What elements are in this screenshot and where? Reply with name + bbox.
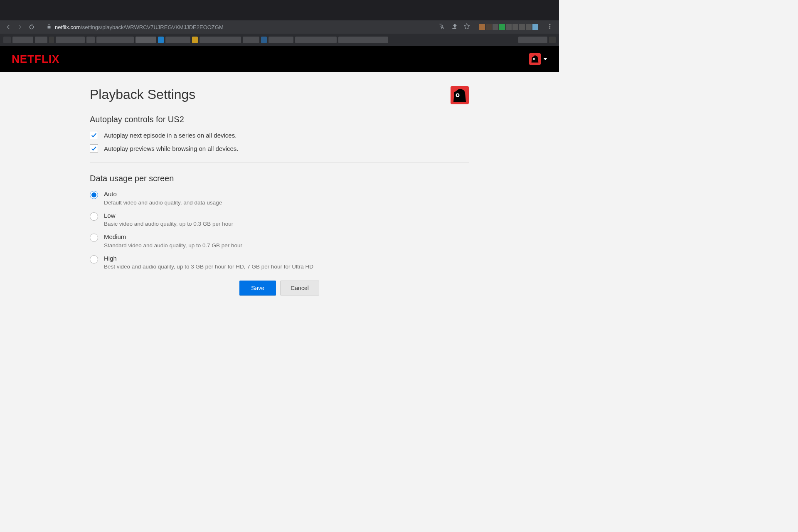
cancel-button[interactable]: Cancel: [280, 281, 319, 296]
svg-point-6: [457, 94, 458, 96]
radio-auto[interactable]: [90, 191, 98, 199]
radio-high[interactable]: [90, 255, 98, 264]
data-usage-option-auto: Auto Default video and audio quality, an…: [90, 190, 469, 206]
svg-point-0: [549, 24, 551, 25]
autoplay-section-title: Autoplay controls for US2: [90, 115, 469, 124]
star-icon[interactable]: [463, 23, 470, 31]
autoplay-previews-row: Autoplay previews while browsing on all …: [90, 144, 469, 153]
browser-toolbar: netflix.com/settings/playback/WRWRCV7UJR…: [0, 20, 559, 34]
bookmark-bar[interactable]: [0, 34, 559, 46]
checkbox-label: Autoplay previews while browsing on all …: [104, 145, 239, 152]
form-actions: Save Cancel: [90, 281, 469, 296]
url-text: netflix.com/settings/playback/WRWRCV7UJR…: [55, 24, 224, 30]
netflix-logo[interactable]: NETFLIX: [12, 53, 59, 66]
lock-icon: [47, 24, 52, 30]
radio-desc: Basic video and audio quality, up to 0.3…: [104, 221, 233, 227]
forward-button[interactable]: [17, 24, 23, 30]
save-button[interactable]: Save: [239, 281, 276, 296]
data-usage-option-high: High Best video and audio quality, up to…: [90, 254, 469, 270]
radio-medium[interactable]: [90, 234, 98, 242]
page-body: Playback Settings Autoplay controls for …: [0, 72, 559, 296]
autoplay-previews-checkbox[interactable]: [90, 144, 98, 153]
data-usage-option-medium: Medium Standard video and audio quality,…: [90, 233, 469, 249]
back-button[interactable]: [5, 24, 12, 30]
profile-menu[interactable]: [529, 53, 547, 65]
autoplay-next-episode-row: Autoplay next episode in a series on all…: [90, 131, 469, 139]
profile-avatar: [451, 86, 469, 104]
data-usage-option-low: Low Basic video and audio quality, up to…: [90, 212, 469, 227]
autoplay-next-episode-checkbox[interactable]: [90, 131, 98, 139]
radio-label: Auto: [104, 190, 222, 198]
address-bar[interactable]: netflix.com/settings/playback/WRWRCV7UJR…: [39, 24, 434, 30]
avatar: [529, 53, 541, 65]
radio-low[interactable]: [90, 212, 98, 221]
translate-icon[interactable]: [438, 23, 445, 31]
section-divider: [90, 163, 469, 163]
checkbox-label: Autoplay next episode in a series on all…: [104, 132, 236, 139]
radio-desc: Default video and audio quality, and dat…: [104, 200, 222, 206]
browser-tab-strip: [0, 0, 559, 20]
page-title: Playback Settings: [90, 87, 469, 102]
svg-point-2: [549, 27, 551, 29]
radio-label: High: [104, 254, 313, 263]
caret-down-icon: [543, 55, 547, 63]
browser-menu-icon[interactable]: [544, 23, 553, 31]
radio-desc: Standard video and audio quality, up to …: [104, 242, 242, 249]
svg-point-1: [549, 26, 551, 27]
share-icon[interactable]: [451, 23, 458, 31]
radio-label: Low: [104, 212, 233, 220]
reload-button[interactable]: [28, 24, 35, 30]
radio-desc: Best video and audio quality, up to 3 GB…: [104, 264, 313, 270]
app-header: NETFLIX: [0, 46, 559, 72]
data-usage-section-title: Data usage per screen: [90, 174, 469, 183]
radio-label: Medium: [104, 233, 242, 241]
extension-icons[interactable]: [479, 24, 538, 30]
svg-point-4: [533, 59, 534, 59]
